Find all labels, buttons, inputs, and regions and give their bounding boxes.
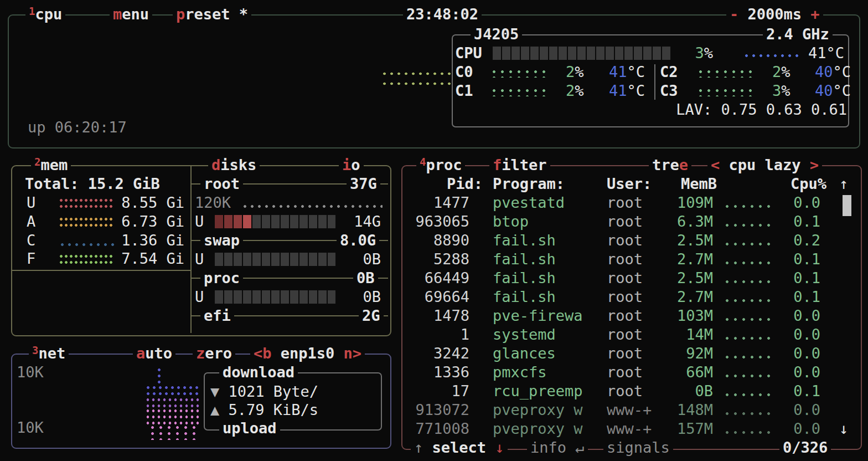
cell-cpu-graph: [723, 222, 776, 228]
cpu-total-temp: 41°C: [808, 44, 844, 63]
preset-label: reset *: [185, 6, 248, 23]
cpu-total-label: CPU: [455, 44, 482, 63]
disk-swap-name: swap: [200, 231, 243, 250]
clock-value: 23:48:02: [406, 6, 478, 23]
column-header-user[interactable]: User:: [607, 175, 652, 193]
cell-cpu: 0.1: [775, 288, 820, 306]
cell-cpu-graph: [723, 316, 776, 322]
core-c3-percent-value: 3: [772, 82, 781, 99]
net-download-spike: [157, 367, 162, 386]
cell-pid: 1478: [403, 306, 469, 325]
select-up-arrow-icon[interactable]: ↑: [414, 439, 432, 456]
mem-used-graph: [59, 197, 114, 209]
selection-count-value: 0/326: [783, 439, 828, 456]
tab-net[interactable]: 3net: [29, 344, 69, 364]
proc-tree-toggle[interactable]: tree: [649, 156, 691, 175]
disk-proc-used-value: 0B: [342, 288, 381, 306]
column-header-mem[interactable]: MemB: [681, 175, 717, 193]
disks-title[interactable]: disks: [208, 156, 260, 175]
disk-efi-size-value: 2G: [362, 307, 380, 324]
cell-user: root: [607, 306, 643, 325]
preset-hotkey: p: [176, 6, 185, 23]
degree-unit: °C: [833, 82, 851, 99]
cell-program: pveproxy w: [493, 419, 583, 438]
disks-hotkey: d: [211, 156, 220, 173]
percent-sign: %: [704, 44, 713, 62]
cell-pid: 771008: [403, 419, 469, 438]
io-hotkey: i: [342, 156, 351, 173]
net-download-rate-value: 1021 Byte/: [229, 383, 319, 400]
core-c0-temp-value: 41: [609, 63, 627, 80]
net-zero-toggle[interactable]: zero: [193, 344, 235, 363]
cell-cpu: 0.0: [775, 193, 820, 212]
disk-swap-size-value: 8.0G: [340, 232, 376, 249]
core-c2-temp-value: 40: [815, 63, 833, 80]
signals-button[interactable]: signals: [603, 438, 673, 457]
cell-mem: 6.3M: [663, 212, 713, 231]
cell-user: root: [607, 344, 643, 363]
filter-label: ilter: [502, 156, 546, 173]
degree-unit: °C: [833, 63, 851, 80]
cell-cpu: 0.1: [775, 382, 820, 401]
disk-swap-size: 8.0G: [337, 231, 379, 250]
net-scale-top: 10K: [17, 363, 44, 382]
tab-proc[interactable]: 4proc: [416, 156, 465, 176]
disk-efi-name-label: efi: [204, 307, 231, 324]
degree-unit: °C: [826, 44, 845, 62]
preset-button[interactable]: preset *: [173, 5, 251, 24]
mem-used-value: 8.55 Gi: [108, 193, 184, 212]
interval-increase-button[interactable]: +: [810, 6, 819, 23]
select-control[interactable]: ↑ select ↓: [411, 438, 508, 457]
proc-scrollbar[interactable]: [843, 195, 851, 216]
io-toggle[interactable]: io: [339, 156, 364, 175]
menu-label: enu: [122, 6, 149, 23]
cell-program: glances: [493, 344, 556, 363]
scroll-down-arrow-icon[interactable]: ↓: [839, 419, 848, 438]
filter-hotkey: f: [493, 156, 502, 173]
select-down-arrow-icon[interactable]: ↓: [486, 439, 504, 456]
core-c3-graph: [696, 88, 755, 96]
cpu-total-percent-value: 3: [695, 44, 704, 62]
proc-filter-button[interactable]: filter: [489, 156, 550, 175]
core-c1-percent: 2%: [566, 81, 584, 100]
menu-button[interactable]: menu: [110, 5, 152, 24]
tab-proc-hotkey: 4: [420, 156, 426, 168]
disk-proc-name-label: proc: [204, 269, 240, 286]
sort-next-button[interactable]: >: [810, 156, 819, 173]
cpu-total-percent: 3%: [686, 44, 713, 63]
tab-mem[interactable]: 2mem: [31, 156, 71, 176]
net-next-interface-button[interactable]: n>: [344, 345, 362, 362]
core-label: C3: [660, 81, 678, 100]
cell-cpu-graph: [723, 392, 776, 397]
cell-cpu: 0.1: [775, 212, 820, 231]
disk-root-meter-fill: [215, 215, 223, 228]
disk-root-name: root: [200, 175, 243, 193]
column-header-program[interactable]: Program:: [493, 175, 565, 193]
column-header-pid[interactable]: Pid:: [416, 175, 483, 193]
net-auto-toggle[interactable]: auto: [133, 344, 175, 363]
net-download-rate: ▼ 1021 Byte/: [210, 382, 318, 401]
mem-free-graph: [59, 253, 114, 265]
cell-cpu: 0.0: [775, 344, 820, 363]
disk-root-size: 37G: [347, 175, 380, 193]
core-label: C0: [455, 63, 473, 81]
cell-cpu: 0.0: [775, 419, 820, 438]
disk-proc-size-value: 0B: [356, 269, 375, 286]
cell-mem: 2.7M: [663, 288, 713, 306]
cell-pid: 1336: [403, 363, 469, 382]
sort-prev-button[interactable]: <: [711, 156, 720, 173]
net-interface-switcher[interactable]: <b enp1s0 n>: [250, 344, 365, 363]
tab-cpu[interactable]: 1cpu: [25, 5, 65, 25]
core-c1-percent-value: 2: [566, 82, 575, 99]
net-prev-interface-button[interactable]: <b: [254, 345, 272, 362]
cell-cpu-graph: [723, 279, 776, 284]
cell-pid: 17: [403, 382, 469, 401]
interval-decrease-button[interactable]: -: [730, 6, 738, 23]
disk-root-io: 120K: [195, 193, 231, 212]
tab-cpu-label: cpu: [35, 6, 62, 23]
cell-mem: 0B: [663, 382, 713, 401]
column-header-cpu[interactable]: Cpu%: [790, 175, 826, 193]
info-button[interactable]: info ↵: [527, 438, 588, 457]
core-label: C2: [660, 63, 678, 81]
sort-field-label: cpu lazy: [720, 156, 810, 173]
